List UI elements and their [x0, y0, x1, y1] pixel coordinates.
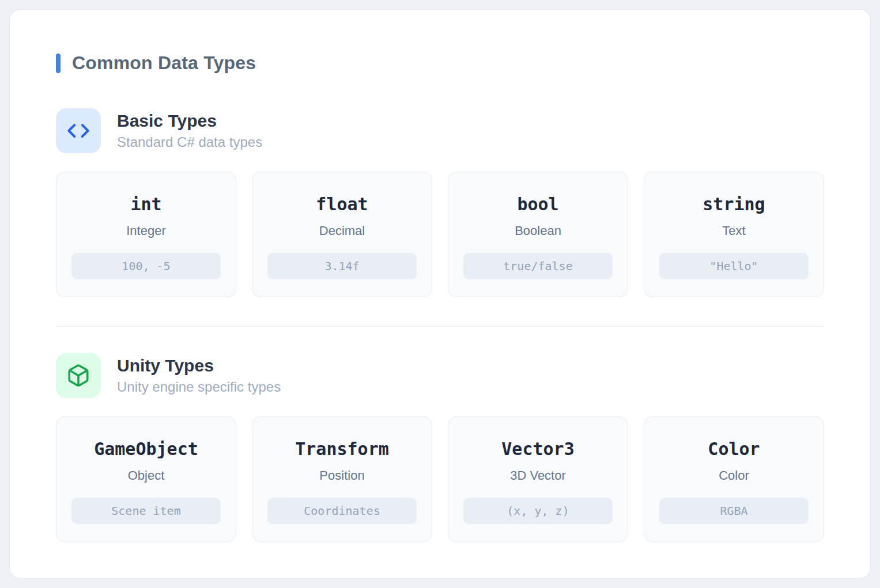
section-subtitle: Unity engine specific types	[117, 379, 281, 395]
type-example: Scene item	[71, 498, 221, 524]
type-label: 3D Vector	[463, 468, 613, 484]
type-card-string: string Text "Hello"	[644, 172, 824, 297]
type-label: Object	[71, 468, 221, 484]
type-name: Color	[659, 439, 809, 460]
type-name: int	[71, 194, 221, 215]
section-divider	[56, 326, 824, 327]
type-card-bool: bool Boolean true/false	[448, 172, 628, 297]
unity-types-header: Unity Types Unity engine specific types	[56, 353, 824, 398]
section-basic-types: Basic Types Standard C# data types int I…	[56, 108, 824, 297]
type-example: 100, -5	[71, 253, 221, 279]
cube-icon	[56, 353, 101, 398]
type-card-color: Color Color RGBA	[644, 416, 824, 542]
type-label: Color	[659, 468, 809, 484]
type-example: RGBA	[659, 498, 809, 524]
page-header: Common Data Types	[56, 52, 824, 74]
type-example: 3.14f	[267, 253, 417, 279]
section-title: Basic Types	[117, 111, 262, 131]
type-label: Integer	[71, 223, 221, 239]
type-name: float	[267, 194, 417, 215]
type-label: Position	[267, 468, 417, 484]
page-title: Common Data Types	[72, 52, 256, 74]
type-name: string	[659, 194, 809, 215]
type-card-transform: Transform Position Coordinates	[252, 416, 432, 542]
type-card-int: int Integer 100, -5	[56, 172, 236, 297]
type-card-float: float Decimal 3.14f	[252, 172, 432, 297]
basic-types-header-text: Basic Types Standard C# data types	[117, 111, 262, 150]
type-name: bool	[463, 194, 613, 215]
unity-types-grid: GameObject Object Scene item Transform P…	[56, 416, 824, 542]
main-panel: Common Data Types Basic Types Standard C…	[9, 9, 871, 579]
type-card-gameobject: GameObject Object Scene item	[56, 416, 236, 542]
type-name: Vector3	[463, 439, 613, 460]
type-name: GameObject	[71, 439, 221, 460]
section-subtitle: Standard C# data types	[117, 134, 262, 150]
type-example: Coordinates	[267, 498, 417, 524]
type-name: Transform	[267, 439, 417, 460]
section-unity-types: Unity Types Unity engine specific types …	[56, 353, 824, 542]
type-label: Text	[659, 223, 809, 239]
type-label: Boolean	[463, 223, 613, 239]
code-brackets-icon	[56, 108, 101, 153]
type-example: true/false	[463, 253, 613, 279]
type-label: Decimal	[267, 223, 417, 239]
basic-types-grid: int Integer 100, -5 float Decimal 3.14f …	[56, 172, 824, 297]
basic-types-header: Basic Types Standard C# data types	[56, 108, 824, 153]
section-title: Unity Types	[117, 356, 281, 375]
unity-types-header-text: Unity Types Unity engine specific types	[117, 356, 281, 395]
type-card-vector3: Vector3 3D Vector (x, y, z)	[448, 416, 628, 542]
type-example: "Hello"	[659, 253, 809, 279]
title-accent-bar	[56, 54, 61, 73]
type-example: (x, y, z)	[463, 498, 613, 524]
